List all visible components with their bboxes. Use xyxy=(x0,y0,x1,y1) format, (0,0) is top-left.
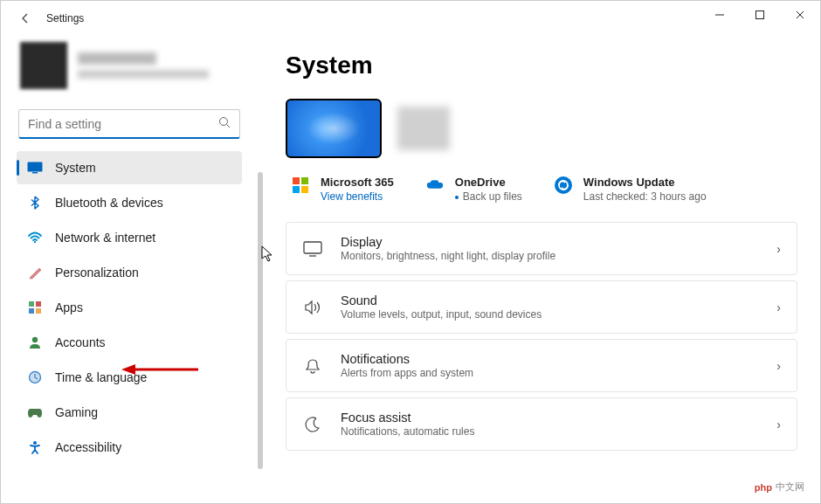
quick-sub[interactable]: Back up files xyxy=(455,190,522,203)
profile-area[interactable] xyxy=(17,36,245,95)
svg-rect-10 xyxy=(36,308,41,314)
sidebar-item-gaming[interactable]: Gaming xyxy=(17,396,242,429)
system-icon xyxy=(27,160,43,176)
svg-point-6 xyxy=(34,241,36,243)
hero-row xyxy=(286,99,797,158)
svg-rect-16 xyxy=(293,186,300,193)
sidebar-item-system[interactable]: System xyxy=(17,151,242,184)
chevron-right-icon: › xyxy=(776,359,781,373)
svg-line-3 xyxy=(227,125,231,128)
onedrive-icon xyxy=(425,176,445,195)
sidebar-item-network[interactable]: Network & internet xyxy=(17,221,242,254)
sidebar-item-time[interactable]: Time & language xyxy=(17,361,242,394)
paint-icon xyxy=(27,265,43,280)
card-sub: Notifications, automatic rules xyxy=(341,425,759,438)
gaming-icon xyxy=(27,404,43,420)
avatar xyxy=(20,42,67,89)
apps-icon xyxy=(27,300,43,315)
card-display[interactable]: Display Monitors, brightness, night ligh… xyxy=(286,222,797,275)
card-title: Sound xyxy=(341,293,759,307)
chevron-right-icon: › xyxy=(776,418,781,432)
close-button[interactable] xyxy=(780,1,820,29)
sidebar-item-label: Network & internet xyxy=(55,231,155,245)
sidebar-item-label: Accounts xyxy=(55,335,106,349)
quick-links-row: Microsoft 365 View benefits OneDrive Bac… xyxy=(286,176,797,203)
sidebar-item-label: Personalization xyxy=(55,266,139,280)
card-notifications[interactable]: Notifications Alerts from apps and syste… xyxy=(286,339,797,392)
svg-point-13 xyxy=(33,441,37,445)
card-focus-assist[interactable]: Focus assist Notifications, automatic ru… xyxy=(286,397,797,451)
person-icon xyxy=(27,335,43,350)
card-title: Focus assist xyxy=(341,411,759,425)
quick-title: OneDrive xyxy=(455,176,522,189)
svg-rect-5 xyxy=(32,172,38,174)
sidebar-scrollbar[interactable] xyxy=(258,172,263,469)
svg-rect-8 xyxy=(36,301,41,307)
sidebar-item-accounts[interactable]: Accounts xyxy=(17,326,242,359)
display-icon xyxy=(302,238,323,259)
svg-point-11 xyxy=(32,337,38,342)
card-title: Notifications xyxy=(341,352,759,366)
sidebar-item-label: System xyxy=(55,161,96,175)
svg-point-2 xyxy=(220,118,228,126)
moon-icon xyxy=(302,414,323,435)
svg-rect-17 xyxy=(301,186,308,193)
quick-onedrive[interactable]: OneDrive Back up files xyxy=(425,176,522,203)
card-title: Display xyxy=(341,235,759,249)
sidebar-item-label: Accessibility xyxy=(55,440,121,454)
sidebar-item-label: Gaming xyxy=(55,405,98,419)
maximize-button[interactable] xyxy=(740,1,780,29)
wallpaper-thumbnail[interactable] xyxy=(286,99,382,158)
quick-title: Microsoft 365 xyxy=(321,176,394,189)
svg-rect-4 xyxy=(28,162,43,172)
svg-rect-14 xyxy=(293,177,300,184)
svg-rect-15 xyxy=(301,177,308,184)
card-sound[interactable]: Sound Volume levels, output, input, soun… xyxy=(286,280,797,334)
clock-icon xyxy=(27,369,43,385)
bluetooth-icon xyxy=(27,195,43,211)
quick-sub[interactable]: View benefits xyxy=(321,190,394,203)
wifi-icon xyxy=(27,230,43,245)
card-sub: Monitors, brightness, night light, displ… xyxy=(341,250,759,262)
page-title: System xyxy=(286,52,797,79)
quick-sub: Last checked: 3 hours ago xyxy=(583,190,707,203)
svg-rect-9 xyxy=(29,308,34,314)
search-placeholder: Find a setting xyxy=(28,117,218,131)
window-title: Settings xyxy=(46,12,84,24)
update-icon xyxy=(554,176,573,195)
accessibility-icon xyxy=(27,439,43,455)
sound-icon xyxy=(302,297,323,318)
sidebar-item-label: Bluetooth & devices xyxy=(55,196,163,210)
minimize-button[interactable] xyxy=(700,1,740,29)
svg-rect-19 xyxy=(304,242,321,253)
microsoft365-icon xyxy=(291,176,310,195)
sidebar-item-label: Time & language xyxy=(55,370,147,384)
chevron-right-icon: › xyxy=(776,242,781,256)
nav-list: System Bluetooth & devices Network & int… xyxy=(17,149,245,503)
svg-rect-7 xyxy=(29,301,34,307)
back-button[interactable] xyxy=(11,4,39,32)
title-bar: Settings xyxy=(1,1,820,36)
window-controls xyxy=(700,1,820,29)
search-input[interactable]: Find a setting xyxy=(18,109,240,139)
sidebar-item-apps[interactable]: Apps xyxy=(17,291,242,324)
svg-point-18 xyxy=(555,176,572,194)
sidebar-item-bluetooth[interactable]: Bluetooth & devices xyxy=(17,186,242,219)
pc-info xyxy=(397,107,450,150)
sidebar-item-label: Apps xyxy=(55,300,83,314)
search-icon xyxy=(218,116,231,131)
sidebar: Find a setting System Bluetooth & device… xyxy=(1,36,254,503)
main-panel: System Microsoft 365 View benefits OneDr… xyxy=(254,36,820,503)
chevron-right-icon: › xyxy=(776,300,781,314)
quick-microsoft365[interactable]: Microsoft 365 View benefits xyxy=(291,176,394,203)
card-sub: Volume levels, output, input, sound devi… xyxy=(341,308,759,321)
sidebar-item-accessibility[interactable]: Accessibility xyxy=(17,431,242,464)
sidebar-item-personalization[interactable]: Personalization xyxy=(17,256,242,289)
quick-windowsupdate[interactable]: Windows Update Last checked: 3 hours ago xyxy=(554,176,707,203)
profile-name xyxy=(78,52,209,79)
watermark: php中文网 xyxy=(746,478,813,496)
quick-title: Windows Update xyxy=(583,176,707,189)
svg-rect-1 xyxy=(756,11,764,19)
card-sub: Alerts from apps and system xyxy=(341,367,759,379)
bell-icon xyxy=(302,356,323,376)
